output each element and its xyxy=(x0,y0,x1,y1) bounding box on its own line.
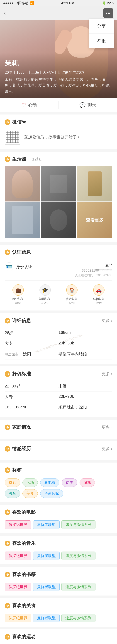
wechat-section: ⊙ 微信号 互加微信后，故事也就开始了 › xyxy=(0,114,117,149)
detail-expect: 期望两年内结婚 xyxy=(58,349,112,360)
movie-tag-0[interactable]: 侏罗纪世界 xyxy=(5,520,31,529)
id-auth-label: 身份认证 xyxy=(16,264,32,270)
wifi-icon: 📶 xyxy=(30,1,34,5)
wechat-icon: ⊙ xyxy=(5,119,10,125)
tag-sports[interactable]: 运动 xyxy=(22,478,38,487)
photo-4[interactable] xyxy=(41,202,76,238)
music-tag-1[interactable]: 复仇者联盟 xyxy=(33,552,60,560)
music-tags: 侏罗纪世界 复仇者联盟 速度与激情系列 xyxy=(5,550,112,560)
share-item[interactable]: 分享 xyxy=(89,19,114,34)
qr-code xyxy=(5,129,20,145)
music-section: ⊙ 喜欢的音乐 侏罗纪世界 复仇者联盟 速度与激情系列 xyxy=(0,536,117,564)
signal-dots: ●●●●● xyxy=(3,1,13,5)
movies-title: ⊙ 喜欢的电影 xyxy=(5,509,36,516)
music-tag-2[interactable]: 速度与激情系列 xyxy=(61,552,96,560)
status-bar: ●●●●● 中国移动 📶 4:21 PM 🔋 22% xyxy=(0,0,117,6)
back-button[interactable]: ‹ xyxy=(4,10,6,16)
dropdown-menu: 分享 举报 xyxy=(89,19,114,48)
tag-games[interactable]: 游戏 xyxy=(80,478,95,487)
book-tag-2[interactable]: 速度与激情系列 xyxy=(61,583,96,591)
profile-overlay: 茉莉. 26岁丨168cm丨上海丨天秤座丨期望两年内结婚 茉莉，杭州师大播音主持… xyxy=(0,53,117,98)
status-right: 🔋 22% xyxy=(102,1,114,5)
more-button[interactable]: ••• xyxy=(103,8,113,18)
life-photos-section: ⊙ 生活照 （12张） xyxy=(0,152,117,242)
music-tag-0[interactable]: 侏罗纪世界 xyxy=(5,552,31,560)
detail-city: 现居城市： 沈阳 xyxy=(5,349,58,360)
food-title: ⊙ 喜欢的美食 xyxy=(5,602,36,609)
photo-more[interactable]: 查看更多 xyxy=(77,202,112,238)
tag-cars[interactable]: 汽车 xyxy=(5,489,20,498)
report-item[interactable]: 举报 xyxy=(89,34,114,48)
detail-icon: ⊙ xyxy=(5,318,10,324)
action-bar: ♡ 心动 💬 聊天 xyxy=(0,98,117,112)
match-city: 现居城市：沈阳 xyxy=(58,402,112,413)
movie-tag-2[interactable]: 速度与激情系列 xyxy=(61,520,96,529)
books-section: ⊙ 喜欢的书籍 侏罗纪世界 复仇者联盟 速度与激情系列 xyxy=(0,567,117,596)
battery-icon: 🔋 xyxy=(102,1,106,5)
qr-inner xyxy=(6,130,19,143)
tag-poetry[interactable]: 诗词歌赋 xyxy=(40,489,63,498)
photos-header: ⊙ 生活照 （12张） xyxy=(5,156,112,162)
music-title: ⊙ 喜欢的音乐 xyxy=(5,540,36,546)
photo-1[interactable] xyxy=(41,166,76,202)
detail-height: 168cm xyxy=(58,328,112,338)
tag-movies[interactable]: 看电影 xyxy=(40,478,59,487)
more-icon: ••• xyxy=(106,11,111,16)
sports-header: ⊙ 喜欢的运动 xyxy=(5,634,112,640)
music-header: ⊙ 喜欢的音乐 xyxy=(5,540,112,546)
photo-0[interactable] xyxy=(5,166,40,202)
detail-watermark-container: https://www.hushan.com/ishop40682 26岁 16… xyxy=(5,328,112,360)
match-title: ⊙ 择偶标准 xyxy=(5,371,31,377)
family-more[interactable]: 更多 › xyxy=(102,424,112,430)
edu-auth-icon: 🎓 xyxy=(39,284,51,296)
food-tags: 侏罗纪世界 复仇者联盟 速度与激情系列 xyxy=(5,612,112,622)
car-auth-icon: 🚗 xyxy=(93,284,105,296)
wechat-header: ⊙ 微信号 xyxy=(5,119,112,125)
view-more-label: 查看更多 xyxy=(86,217,104,223)
auth-id-left: 🪪 身份认证 xyxy=(5,262,32,271)
heart-button[interactable]: ♡ 心动 xyxy=(0,98,58,112)
heart-icon: ♡ xyxy=(22,102,26,108)
family-icon: ⊙ xyxy=(5,424,10,430)
detail-edu: 大专 xyxy=(5,338,58,349)
time: 4:21 PM xyxy=(61,1,74,5)
sports-section: ⊙ 喜欢的运动 侏罗纪世界 复仇者联盟 速度与激情系列 xyxy=(0,629,117,644)
edu-auth-item: 🎓 学历认证 未认证 xyxy=(39,284,51,305)
photo-2[interactable] xyxy=(77,166,112,202)
photos-grid: 查看更多 xyxy=(5,166,112,238)
detail-age: 26岁 xyxy=(5,328,58,338)
food-tag-1[interactable]: 复仇者联盟 xyxy=(33,614,60,622)
tags-title: ⊙ 标签 xyxy=(5,467,21,473)
tag-hiking[interactable]: 徒步 xyxy=(62,478,77,487)
tag-food[interactable]: 美食 xyxy=(22,489,38,498)
sports-title: ⊙ 喜欢的运动 xyxy=(5,634,36,640)
tags-header: ⊙ 标签 xyxy=(5,467,112,473)
books-tags: 侏罗纪世界 复仇者联盟 速度与激情系列 xyxy=(5,582,112,591)
family-header: ⊙ 家庭情况 更多 › xyxy=(5,424,112,430)
house-auth-item: 🏠 房产认证 沈阳 xyxy=(66,284,78,305)
sports-icon: ⊙ xyxy=(5,634,10,640)
movie-tag-1[interactable]: 复仇者联盟 xyxy=(33,520,60,529)
detail-section: ⊙ 详细信息 更多 › https://www.hushan.com/ishop… xyxy=(0,313,117,364)
tag-photography[interactable]: 摄影 xyxy=(5,478,20,487)
photo-3[interactable] xyxy=(5,202,40,238)
food-tag-2[interactable]: 速度与激情系列 xyxy=(61,614,96,622)
book-tag-0[interactable]: 侏罗纪世界 xyxy=(5,583,31,591)
chat-button[interactable]: 💬 聊天 xyxy=(59,98,117,112)
status-left: ●●●●● 中国移动 📶 xyxy=(3,1,34,6)
emotion-more[interactable]: 更多 › xyxy=(102,446,112,452)
wechat-row[interactable]: 互加微信后，故事也就开始了 › xyxy=(5,129,112,145)
auth-icon: ⊙ xyxy=(5,250,10,255)
book-tag-1[interactable]: 复仇者联盟 xyxy=(33,583,60,591)
food-tag-0[interactable]: 侏罗纪世界 xyxy=(5,614,31,622)
match-more[interactable]: 更多 › xyxy=(102,371,112,377)
movies-header: ⊙ 喜欢的电影 xyxy=(5,509,112,516)
tags-section: ⊙ 标签 摄影 运动 看电影 徒步 游戏 汽车 美食 诗词歌赋 xyxy=(0,462,117,502)
nav-bar: ‹ ••• 分享 举报 xyxy=(0,6,117,20)
detail-more[interactable]: 更多 › xyxy=(102,318,112,323)
music-icon: ⊙ xyxy=(5,540,10,546)
books-title: ⊙ 喜欢的书籍 xyxy=(5,571,36,578)
job-auth-item: 💼 职业认证 模特 xyxy=(12,284,24,305)
match-age: 22~30岁 xyxy=(5,381,58,392)
job-auth-icon: 💼 xyxy=(12,284,24,296)
